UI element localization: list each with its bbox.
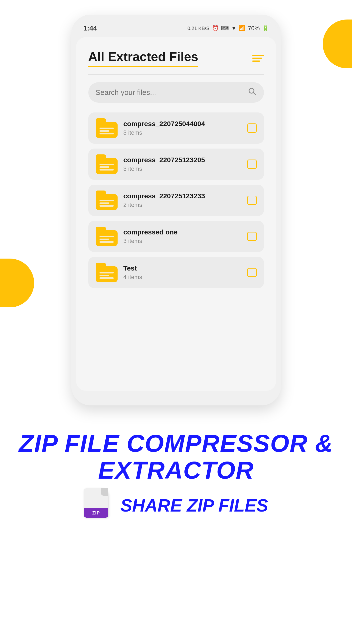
bottom-section: ZIP FILE COMPRESSOR &EXTRACTOR ZIP SHARE… xyxy=(0,420,352,532)
file-checkbox[interactable] xyxy=(247,124,256,133)
brand-title: ZIP FILE COMPRESSOR &EXTRACTOR xyxy=(15,430,337,484)
menu-line-2 xyxy=(252,58,262,59)
share-label: SHARE ZIP FILES xyxy=(120,496,268,516)
file-name: compress_220725044004 xyxy=(124,120,242,128)
status-bar: 1:44 0.21 KB/S ⏰ ⌨ ▼ 📶 70% 🔋 xyxy=(71,22,281,37)
menu-line-1 xyxy=(252,55,264,56)
menu-line-3 xyxy=(252,60,260,62)
folder-icon xyxy=(96,190,118,210)
file-checkbox[interactable] xyxy=(247,160,256,169)
search-input[interactable] xyxy=(96,88,244,96)
folder-icon xyxy=(96,154,118,174)
file-item[interactable]: Test 4 items xyxy=(88,257,264,288)
phone-frame: 1:44 0.21 KB/S ⏰ ⌨ ▼ 📶 70% 🔋 All Extract… xyxy=(71,15,281,406)
file-item[interactable]: compress_220725123205 3 items xyxy=(88,148,264,180)
file-count: 2 items xyxy=(124,202,242,208)
file-name: compress_220725123205 xyxy=(124,156,242,164)
file-info: compress_220725123233 2 items xyxy=(124,192,242,208)
file-item[interactable]: compressed one 3 items xyxy=(88,221,264,252)
menu-button[interactable] xyxy=(252,55,264,62)
wifi-icon: ▼ xyxy=(231,25,236,32)
bottom-row: ZIP SHARE ZIP FILES xyxy=(15,488,337,522)
file-item[interactable]: compress_220725123233 2 items xyxy=(88,185,264,216)
file-item[interactable]: compress_220725044004 3 items xyxy=(88,112,264,144)
file-info: Test 4 items xyxy=(124,264,242,280)
file-checkbox[interactable] xyxy=(247,196,256,205)
folder-icon xyxy=(96,226,118,246)
signal-icon: 📶 xyxy=(239,25,246,32)
zip-label: ZIP xyxy=(84,508,108,518)
folder-icon xyxy=(96,118,118,138)
header-divider xyxy=(88,74,264,75)
file-name: compressed one xyxy=(124,228,242,236)
app-header: All Extracted Files xyxy=(88,49,264,67)
file-checkbox[interactable] xyxy=(247,232,256,241)
file-info: compress_220725123205 3 items xyxy=(124,156,242,172)
file-info: compressed one 3 items xyxy=(124,228,242,244)
search-bar xyxy=(88,82,264,103)
status-time: 1:44 xyxy=(84,24,97,32)
file-name: compress_220725123233 xyxy=(124,192,242,200)
search-icon[interactable] xyxy=(248,87,256,98)
status-icons: 0.21 KB/S ⏰ ⌨ ▼ 📶 70% 🔋 xyxy=(188,25,269,32)
deco-bottom-left xyxy=(0,258,34,307)
svg-line-1 xyxy=(254,93,256,95)
battery-icon: 🔋 xyxy=(262,25,269,32)
page-title: All Extracted Files xyxy=(88,49,198,67)
app-content: All Extracted Files xyxy=(76,37,276,391)
file-checkbox[interactable] xyxy=(247,268,256,277)
file-count: 3 items xyxy=(124,166,242,172)
data-speed: 0.21 KB/S xyxy=(188,26,210,31)
file-info: compress_220725044004 3 items xyxy=(124,120,242,136)
file-count: 3 items xyxy=(124,238,242,244)
keyboard-icon: ⌨ xyxy=(221,25,229,32)
battery-indicator: 70% xyxy=(248,25,260,32)
file-name: Test xyxy=(124,264,242,272)
deco-top-right xyxy=(323,20,352,68)
file-count: 4 items xyxy=(124,274,242,280)
file-list: compress_220725044004 3 items xyxy=(88,112,264,288)
file-count: 3 items xyxy=(124,129,242,136)
alarm-icon: ⏰ xyxy=(212,25,218,32)
zip-file-icon: ZIP xyxy=(84,488,113,522)
folder-icon xyxy=(96,263,118,282)
